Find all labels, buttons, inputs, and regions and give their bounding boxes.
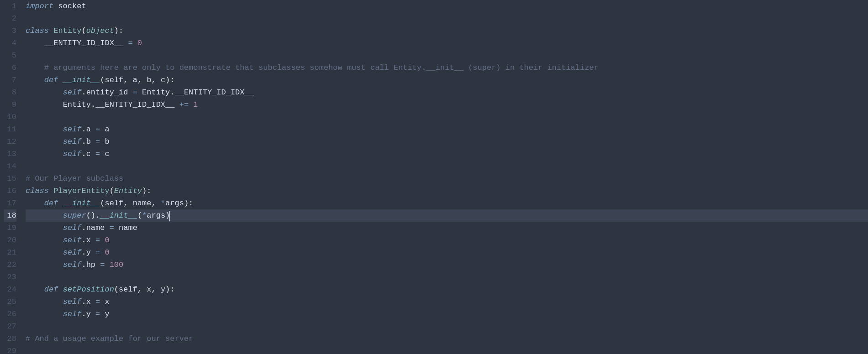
code-line[interactable] <box>26 271 868 283</box>
code-token: = <box>95 297 100 306</box>
code-line[interactable] <box>26 160 868 172</box>
code-token: self <box>63 236 82 245</box>
line-number: 17 <box>4 197 16 209</box>
line-number: 2 <box>4 12 16 25</box>
code-token <box>91 310 95 318</box>
code-line[interactable]: import socket <box>26 0 868 12</box>
code-token: self <box>63 310 82 318</box>
line-number-gutter: 1234567891011121314151617181920212223242… <box>0 0 22 354</box>
code-line[interactable]: Entity.__ENTITY_ID_IDX__ += 1 <box>26 99 868 111</box>
code-line[interactable]: self.x = 0 <box>26 234 868 246</box>
code-token: . <box>91 100 95 109</box>
code-token: , <box>151 76 156 84</box>
code-line[interactable]: # arguments here are only to demonstrate… <box>26 62 868 74</box>
code-token: name <box>119 224 137 232</box>
code-token: # And a usage example for our server <box>26 334 193 343</box>
code-line[interactable]: # Our Player subclass <box>26 172 868 185</box>
code-token: : <box>119 26 123 35</box>
code-token <box>100 310 105 318</box>
code-token: socket <box>58 2 86 10</box>
code-token <box>123 39 128 47</box>
code-token <box>26 260 63 269</box>
code-line[interactable] <box>26 345 868 354</box>
code-token: __init__ <box>63 199 100 208</box>
code-line[interactable] <box>26 12 868 25</box>
code-line[interactable]: self.name = name <box>26 222 868 234</box>
line-number: 27 <box>4 320 16 333</box>
code-line[interactable]: self.hp = 100 <box>26 259 868 271</box>
code-token <box>91 125 95 134</box>
code-token <box>100 297 105 306</box>
code-token: y <box>86 248 91 257</box>
code-token: import <box>26 2 53 10</box>
code-token <box>156 199 161 208</box>
code-token: * <box>142 211 147 220</box>
code-token <box>91 150 95 158</box>
code-token: super <box>63 211 86 220</box>
code-line[interactable]: self.entity_id = Entity.__ENTITY_ID_IDX_… <box>26 86 868 99</box>
code-line[interactable] <box>26 111 868 123</box>
code-token: x <box>86 297 91 306</box>
line-number: 16 <box>4 185 16 197</box>
code-token <box>26 63 44 72</box>
code-token <box>156 285 161 294</box>
code-editor[interactable]: 1234567891011121314151617181920212223242… <box>0 0 868 354</box>
code-line[interactable]: class Entity(object): <box>26 25 868 37</box>
code-token: . <box>81 150 86 158</box>
line-number: 22 <box>4 259 16 271</box>
code-line[interactable]: def __init__(self, a, b, c): <box>26 74 868 86</box>
code-line[interactable]: self.y = y <box>26 308 868 320</box>
code-token: Entity <box>114 187 142 195</box>
code-token: name <box>86 224 105 232</box>
code-line[interactable]: def setPosition(self, x, y): <box>26 283 868 296</box>
code-line[interactable]: __ENTITY_ID_IDX__ = 0 <box>26 37 868 49</box>
line-number: 18 <box>4 209 16 222</box>
code-line[interactable]: self.x = x <box>26 296 868 308</box>
code-token <box>142 285 147 294</box>
code-token: ) <box>142 187 147 195</box>
code-line[interactable]: self.c = c <box>26 148 868 160</box>
code-token: self <box>63 137 82 146</box>
code-line[interactable]: self.y = 0 <box>26 246 868 259</box>
code-token <box>26 100 63 109</box>
code-token: * <box>161 199 165 208</box>
line-number: 28 <box>4 333 16 345</box>
line-number: 10 <box>4 111 16 123</box>
code-token <box>26 285 44 294</box>
code-token <box>189 100 193 109</box>
code-token: = <box>95 137 100 146</box>
code-token: a <box>133 76 137 84</box>
line-number: 1 <box>4 0 16 12</box>
code-token: = <box>95 248 100 257</box>
code-token: self <box>63 224 82 232</box>
code-token: __ENTITY_ID_IDX__ <box>95 100 174 109</box>
code-token: b <box>105 137 109 146</box>
code-token <box>133 39 137 47</box>
line-number: 3 <box>4 25 16 37</box>
code-token: = <box>110 224 114 232</box>
code-token <box>26 150 63 158</box>
code-area[interactable]: import socketclass Entity(object): __ENT… <box>22 0 868 354</box>
code-token <box>26 125 63 134</box>
code-line[interactable]: def __init__(self, name, *args): <box>26 197 868 209</box>
code-token: class <box>26 187 49 195</box>
code-token <box>100 137 105 146</box>
code-token <box>26 137 63 146</box>
code-line[interactable]: # And a usage example for our server <box>26 333 868 345</box>
code-line[interactable] <box>26 49 868 62</box>
code-token: b <box>86 137 91 146</box>
code-line[interactable]: class PlayerEntity(Entity): <box>26 185 868 197</box>
code-token <box>128 199 132 208</box>
code-line[interactable]: self.a = a <box>26 123 868 135</box>
code-line[interactable] <box>26 320 868 333</box>
code-token: . <box>81 310 86 318</box>
code-token: y <box>161 285 165 294</box>
code-token <box>58 199 63 208</box>
code-token: x <box>105 297 109 306</box>
code-token: () <box>86 211 95 220</box>
code-line[interactable]: self.b = b <box>26 135 868 148</box>
code-line[interactable]: super().__init__(*args) <box>26 209 868 222</box>
code-token: self <box>63 88 82 97</box>
code-token: class <box>26 26 49 35</box>
code-token: c <box>161 76 165 84</box>
